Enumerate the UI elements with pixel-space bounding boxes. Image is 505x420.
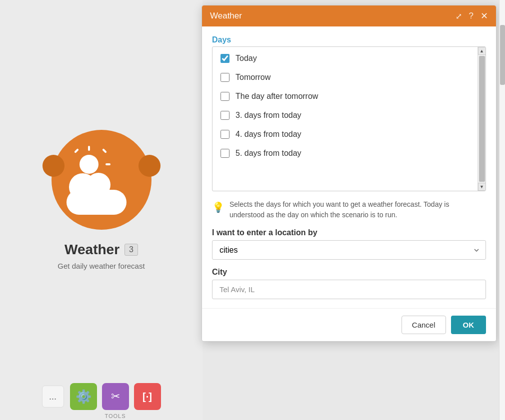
tomorrow-checkbox[interactable] <box>220 73 230 82</box>
tools-settings-button[interactable]: ⚙️ <box>70 383 97 410</box>
today-label: Today <box>236 54 257 63</box>
info-text: Selects the days for which you want to g… <box>230 199 486 220</box>
bottom-toolbar: ... ⚙️ ✂ [·] TOOLS <box>0 383 202 410</box>
bracket-icon: [·] <box>142 391 152 403</box>
list-item: 4. days from today <box>212 125 478 144</box>
maximize-icon[interactable]: ⤢ <box>456 11 462 21</box>
list-item: 3. days from today <box>212 106 478 125</box>
scroll-up-arrow[interactable]: ▲ <box>478 47 486 55</box>
app-title-text: Weather <box>64 242 120 258</box>
location-section-label: I want to enter a location by <box>212 228 486 237</box>
weather-dialog: Weather ⤢ ? ✕ Days Today Tomorrow <box>202 5 496 342</box>
tomorrow-label: Tomorrow <box>236 73 270 82</box>
help-icon[interactable]: ? <box>469 11 474 21</box>
day5-label: 5. days from today <box>236 149 302 158</box>
cancel-button[interactable]: Cancel <box>402 316 446 334</box>
dialog-footer: Cancel OK <box>202 308 496 341</box>
day5-checkbox[interactable] <box>220 149 230 158</box>
more-button[interactable]: ... <box>42 386 64 408</box>
day-after-tomorrow-checkbox[interactable] <box>220 92 230 101</box>
day-after-tomorrow-label: The day after tomorrow <box>236 92 318 101</box>
location-section: I want to enter a location by cities coo… <box>212 228 486 260</box>
checkbox-list-container: Today Tomorrow The day after tomorrow 3.… <box>212 46 486 191</box>
ok-button[interactable]: OK <box>451 316 486 334</box>
tools-group: ⚙️ ✂ [·] TOOLS <box>70 383 161 410</box>
days-section: Days Today Tomorrow The day after tomorr… <box>212 35 486 191</box>
tools-label: TOOLS <box>104 413 126 419</box>
list-item: Today <box>212 49 478 68</box>
dialog-title-actions: ⤢ ? ✕ <box>456 10 488 21</box>
close-icon[interactable]: ✕ <box>480 10 488 21</box>
info-box: 💡 Selects the days for which you want to… <box>212 199 486 220</box>
day4-checkbox[interactable] <box>220 130 230 139</box>
app-title-badge: 3 <box>124 244 138 256</box>
gear-icon: ⚙️ <box>76 389 92 405</box>
city-section: City <box>212 268 486 299</box>
scissors-icon: ✂ <box>111 390 120 403</box>
days-section-label: Days <box>212 35 486 44</box>
bulb-icon: 💡 <box>212 200 224 215</box>
day3-label: 3. days from today <box>236 111 302 120</box>
day4-label: 4. days from today <box>236 130 302 139</box>
right-scrollbar-thumb[interactable] <box>500 25 505 85</box>
city-section-label: City <box>212 268 486 277</box>
scroll-down-arrow[interactable]: ▼ <box>478 183 486 191</box>
list-item: The day after tomorrow <box>212 87 478 106</box>
days-scrollbar[interactable]: ▲ ▼ <box>478 47 486 191</box>
location-select[interactable]: cities coordinates zip code <box>212 240 486 260</box>
monkey-ear-left <box>42 155 64 177</box>
dialog-title: Weather <box>210 11 242 21</box>
list-item: 5. days from today <box>212 144 478 163</box>
tools-scissors-button[interactable]: ✂ <box>102 383 129 410</box>
weather-icon-circle <box>52 130 152 230</box>
monkey-ear-right <box>138 155 160 177</box>
app-subtitle: Get daily weather forecast <box>58 262 144 270</box>
list-item: Tomorrow <box>212 68 478 87</box>
left-panel: Weather 3 Get daily weather forecast ...… <box>0 0 202 420</box>
checkbox-list: Today Tomorrow The day after tomorrow 3.… <box>212 47 478 191</box>
today-checkbox[interactable] <box>220 54 230 63</box>
scroll-thumb[interactable] <box>479 56 485 182</box>
city-input[interactable] <box>212 280 486 299</box>
right-panel-scrollbar[interactable] <box>499 0 505 420</box>
cloud-icon <box>62 175 132 215</box>
dialog-titlebar: Weather ⤢ ? ✕ <box>202 5 496 26</box>
day3-checkbox[interactable] <box>220 111 230 120</box>
dialog-content: Days Today Tomorrow The day after tomorr… <box>202 26 496 308</box>
tools-bracket-button[interactable]: [·] <box>134 383 161 410</box>
app-title-container: Weather 3 <box>64 242 138 258</box>
